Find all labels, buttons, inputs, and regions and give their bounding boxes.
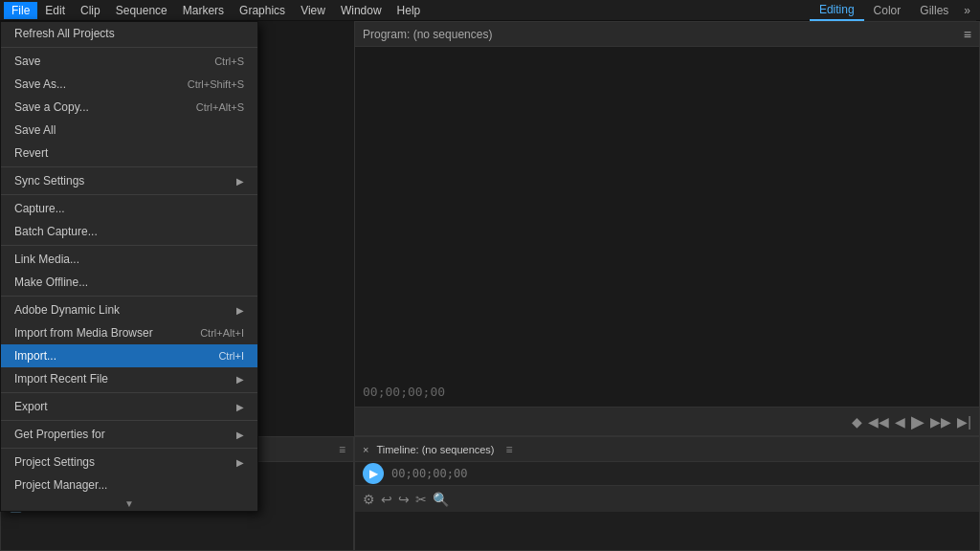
jump-end-btn[interactable]: ▶|: [957, 414, 971, 430]
menu-item-import[interactable]: Import... Ctrl+I: [1, 344, 257, 367]
tab-gilles[interactable]: Gilles: [910, 0, 958, 21]
panel-menu-icon[interactable]: ≡: [339, 443, 345, 456]
menu-help[interactable]: Help: [390, 2, 429, 19]
timeline-tool-1[interactable]: ⚙: [363, 492, 375, 507]
timeline-tool-5[interactable]: 🔍: [433, 492, 449, 507]
workspace-tabs: Editing Color Gilles »: [810, 0, 976, 21]
timeline-play-btn[interactable]: ▶: [363, 463, 384, 484]
menu-item-revert[interactable]: Revert: [1, 142, 257, 165]
separator-4: [1, 245, 257, 246]
timeline-header: × Timeline: (no sequences) ≡: [355, 437, 979, 462]
menu-item-save-as[interactable]: Save As... Ctrl+Shift+S: [1, 73, 257, 96]
menu-item-make-offline[interactable]: Make Offline...: [1, 271, 257, 294]
timeline-panel: × Timeline: (no sequences) ≡ ▶ 00;00;00;…: [354, 436, 980, 551]
monitor-header: Program: (no sequences) ≡: [355, 22, 979, 47]
monitor-controls: ◆ ◀◀ ◀ ▶ ▶▶ ▶|: [355, 407, 979, 435]
timeline-menu-icon[interactable]: ≡: [506, 443, 513, 456]
separator-5: [1, 296, 257, 297]
menu-clip[interactable]: Clip: [73, 2, 108, 19]
menu-edit[interactable]: Edit: [37, 2, 73, 19]
step-back-btn[interactable]: ◀◀: [868, 414, 889, 430]
menu-item-export[interactable]: Export ▶: [1, 395, 257, 418]
separator-2: [1, 166, 257, 167]
left-panel: Refresh All Projects Save Ctrl+S Save As…: [0, 21, 354, 551]
monitor-menu-icon[interactable]: ≡: [964, 27, 971, 42]
menu-markers[interactable]: Markers: [175, 2, 232, 19]
menu-item-link-media[interactable]: Link Media...: [1, 248, 257, 271]
program-monitor: Program: (no sequences) ≡ 00;00;00;00 ◆ …: [354, 21, 980, 436]
separator-3: [1, 194, 257, 195]
play-back-btn[interactable]: ◀: [895, 414, 905, 430]
menu-item-capture[interactable]: Capture...: [1, 197, 257, 220]
timeline-timecode-bar: ▶ 00;00;00;00: [355, 462, 979, 485]
menu-scroll-down[interactable]: ▼: [1, 496, 257, 511]
separator-1: [1, 47, 257, 48]
monitor-title: Program: (no sequences): [363, 28, 492, 41]
menu-item-sync-settings[interactable]: Sync Settings ▶: [1, 169, 257, 192]
menu-item-project-settings[interactable]: Project Settings ▶: [1, 451, 257, 474]
separator-8: [1, 448, 257, 449]
timeline-title-x: ×: [363, 444, 368, 455]
timeline-tool-3[interactable]: ↪: [398, 492, 410, 507]
menu-item-batch-capture[interactable]: Batch Capture...: [1, 220, 257, 243]
menu-item-save[interactable]: Save Ctrl+S: [1, 50, 257, 73]
file-dropdown-menu: Refresh All Projects Save Ctrl+S Save As…: [0, 21, 258, 512]
monitor-content: 00;00;00;00: [355, 47, 979, 407]
menubar: File Edit Clip Sequence Markers Graphics…: [0, 0, 980, 21]
monitor-timecode: 00;00;00;00: [363, 385, 445, 399]
timeline-title: Timeline: (no sequences): [376, 444, 494, 455]
menu-file[interactable]: File: [4, 2, 37, 19]
separator-6: [1, 392, 257, 393]
right-panel: Program: (no sequences) ≡ 00;00;00;00 ◆ …: [354, 21, 980, 551]
tab-editing[interactable]: Editing: [810, 0, 864, 21]
timeline-tool-4[interactable]: ✂: [415, 492, 427, 507]
main-layout: Refresh All Projects Save Ctrl+S Save As…: [0, 21, 980, 551]
timeline-tool-2[interactable]: ↩: [381, 492, 392, 507]
separator-7: [1, 420, 257, 421]
menu-item-import-media-browser[interactable]: Import from Media Browser Ctrl+Alt+I: [1, 321, 257, 344]
timeline-toolbar: ⚙ ↩ ↪ ✂ 🔍: [355, 485, 979, 512]
workspace-tabs-chevron[interactable]: »: [958, 2, 976, 19]
menu-item-import-recent[interactable]: Import Recent File ▶: [1, 367, 257, 390]
menu-item-adobe-dynamic-link[interactable]: Adobe Dynamic Link ▶: [1, 298, 257, 321]
play-btn[interactable]: ▶: [911, 411, 924, 432]
menu-window[interactable]: Window: [333, 2, 390, 19]
tab-color[interactable]: Color: [864, 0, 911, 21]
menu-item-get-properties[interactable]: Get Properties for ▶: [1, 423, 257, 446]
menu-item-project-manager[interactable]: Project Manager...: [1, 474, 257, 496]
play-fwd-btn[interactable]: ▶▶: [930, 414, 951, 430]
menu-graphics[interactable]: Graphics: [232, 2, 293, 19]
menu-item-save-copy[interactable]: Save a Copy... Ctrl+Alt+S: [1, 96, 257, 119]
menu-view[interactable]: View: [293, 2, 333, 19]
menu-item-save-all[interactable]: Save All: [1, 119, 257, 142]
timeline-timecode: 00;00;00;00: [391, 467, 467, 480]
menu-sequence[interactable]: Sequence: [108, 2, 175, 19]
marker-btn[interactable]: ◆: [852, 414, 862, 430]
menu-item-refresh-all[interactable]: Refresh All Projects: [1, 22, 257, 45]
